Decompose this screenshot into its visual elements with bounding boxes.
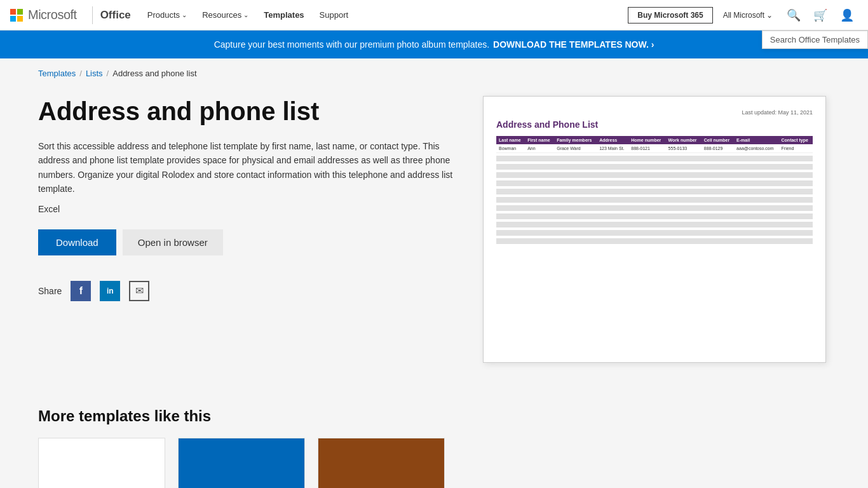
microsoft-logo-icon	[10, 9, 23, 22]
nav-office-label: Office	[100, 9, 131, 22]
col-contact-type: Contact type	[779, 136, 813, 144]
nav-divider	[92, 6, 93, 24]
col-email: E-mail	[734, 136, 778, 144]
preview-table: Last name First name Family members Addr…	[496, 136, 813, 153]
nav-products[interactable]: Products ⌄	[141, 8, 193, 22]
blank-row	[496, 197, 813, 203]
template-type: Excel	[38, 204, 458, 214]
more-template-card-2[interactable]	[178, 438, 305, 488]
account-button[interactable]: 👤	[836, 6, 858, 25]
table-row: Bowman Ann Grace Ward 123 Main St. 888-0…	[496, 144, 813, 153]
preview-meta: Last updated: May 11, 2021	[496, 109, 813, 116]
blank-row	[496, 214, 813, 219]
nav-resources[interactable]: Resources ⌄	[196, 8, 255, 22]
promo-banner: Capture your best moments with our premi…	[0, 30, 868, 58]
open-in-browser-button[interactable]: Open in browser	[123, 229, 223, 255]
col-address: Address	[597, 136, 628, 144]
col-first-name: First name	[525, 136, 554, 144]
breadcrumb-current: Address and phone list	[112, 69, 196, 78]
more-templates-title: More templates like this	[38, 407, 830, 425]
breadcrumb-sep-2: /	[107, 69, 109, 78]
action-buttons: Download Open in browser	[38, 229, 458, 255]
blank-row	[496, 156, 813, 161]
promo-text: Capture your best moments with our premi…	[214, 39, 489, 50]
all-microsoft-button[interactable]: All Microsoft ⌄	[718, 8, 778, 22]
col-last-name: Last name	[496, 136, 525, 144]
microsoft-brand-text: Microsoft	[28, 8, 77, 22]
nav-support[interactable]: Support	[313, 8, 355, 22]
breadcrumb-lists-link[interactable]: Lists	[86, 69, 103, 78]
nav-templates[interactable]: Templates	[257, 8, 310, 22]
blank-rows-container	[496, 156, 813, 244]
resources-chevron-icon: ⌄	[243, 11, 248, 18]
more-section: More templates like this	[0, 388, 868, 488]
all-microsoft-chevron-icon: ⌄	[766, 11, 773, 20]
buy-microsoft-button[interactable]: Buy Microsoft 365	[628, 7, 712, 24]
more-templates-row	[38, 438, 830, 488]
email-share-button[interactable]: ✉	[129, 281, 149, 301]
col-work-number: Work number	[666, 136, 702, 144]
share-label: Share	[38, 286, 62, 296]
breadcrumb-sep-1: /	[79, 69, 82, 78]
last-updated-label: Last updated:	[742, 109, 776, 116]
main-content: Address and phone list Sort this accessi…	[0, 83, 868, 388]
right-panel: Last updated: May 11, 2021 Address and P…	[483, 96, 826, 363]
more-template-card-1[interactable]	[38, 438, 165, 488]
preview-title: Address and Phone List	[496, 119, 813, 130]
left-panel: Address and phone list Sort this accessi…	[38, 96, 458, 363]
nav-right: Buy Microsoft 365 All Microsoft ⌄ 🔍 🛒 👤	[628, 6, 858, 25]
download-button[interactable]: Download	[38, 229, 116, 255]
facebook-share-button[interactable]: f	[71, 281, 91, 301]
promo-link[interactable]: DOWNLOAD THE TEMPLATES NOW. ›	[493, 39, 654, 50]
search-button[interactable]: 🔍	[783, 6, 804, 25]
blank-row	[496, 205, 813, 211]
breadcrumb: Templates / Lists / Address and phone li…	[0, 58, 868, 83]
col-family-members: Family members	[554, 136, 597, 144]
preview-table-header-row: Last name First name Family members Addr…	[496, 136, 813, 144]
linkedin-share-button[interactable]: in	[100, 281, 120, 301]
template-description: Sort this accessible address and telepho…	[38, 139, 458, 196]
blank-row	[496, 238, 813, 244]
share-row: Share f in ✉	[38, 281, 458, 301]
blank-row	[496, 230, 813, 236]
col-home-number: Home number	[628, 136, 665, 144]
cart-button[interactable]: 🛒	[810, 6, 831, 25]
breadcrumb-templates-link[interactable]: Templates	[38, 69, 76, 78]
products-chevron-icon: ⌄	[182, 11, 187, 18]
blank-row	[496, 172, 813, 178]
nav-links: Products ⌄ Resources ⌄ Templates Support	[141, 8, 355, 22]
search-dropdown: Search Office Templates	[762, 30, 868, 49]
col-cell-number: Cell number	[702, 136, 734, 144]
page-title: Address and phone list	[38, 96, 458, 126]
nav-logo[interactable]: Microsoft	[10, 8, 77, 22]
more-template-card-3[interactable]	[318, 438, 445, 488]
nav-bar: Microsoft Office Products ⌄ Resources ⌄ …	[0, 0, 868, 30]
last-updated-date: May 11, 2021	[778, 109, 813, 116]
template-preview: Last updated: May 11, 2021 Address and P…	[483, 96, 826, 363]
blank-row	[496, 222, 813, 227]
blank-row	[496, 164, 813, 170]
blank-row	[496, 180, 813, 186]
blank-row	[496, 189, 813, 194]
